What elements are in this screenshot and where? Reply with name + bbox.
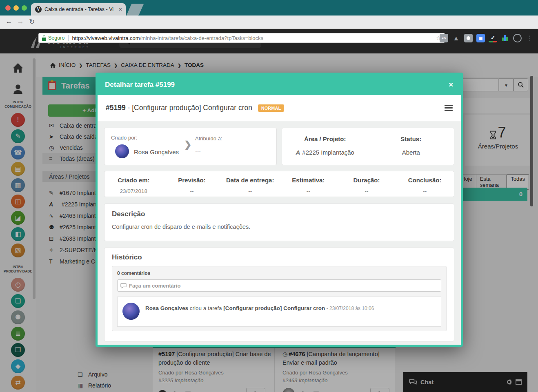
forward-button[interactable] — [16, 18, 25, 26]
browser-tabstrip: V Caixa de entrada - Tarefas - Vi ✕ — [0, 0, 538, 16]
task-card-creator: Criado por Rosa Gonçalves — [158, 370, 273, 376]
date-field: Estimativa:-- — [279, 171, 338, 197]
list-icon: ≡ — [49, 155, 60, 162]
gear-icon[interactable] — [506, 379, 512, 385]
news-icon[interactable]: ▧ — [11, 244, 25, 257]
home-icon[interactable] — [12, 62, 24, 73]
window-icon[interactable] — [516, 379, 522, 385]
chat-bubbles-icon — [409, 379, 417, 385]
close-tab-icon[interactable]: ✕ — [118, 7, 122, 12]
breadcrumb-inicio[interactable]: INÍCIO — [59, 62, 76, 68]
report-link[interactable]: ▥Relatório — [42, 380, 153, 391]
area-value[interactable]: A#2225 Implantação — [282, 149, 368, 156]
assignee-avatar[interactable] — [282, 388, 295, 392]
search-options-button[interactable] — [499, 78, 514, 91]
reload-button[interactable] — [27, 18, 37, 26]
address-bar[interactable]: Seguro | https://vivaweb.vivaintra.com /… — [38, 33, 445, 43]
history-entry-text: Rosa Gonçalves criou a tarefa [Configura… — [145, 305, 374, 311]
monitor-icon[interactable]: ◧ — [11, 227, 25, 241]
browser-menu-icon[interactable] — [525, 34, 534, 42]
book-icon: ❏ — [78, 371, 88, 378]
creator-name: Rosa Gonçalves — [134, 148, 179, 155]
code-extension-icon[interactable] — [440, 34, 448, 42]
status-label: Status: — [368, 135, 454, 142]
assigned-value: --- — [195, 148, 201, 154]
chevron-right-icon — [76, 62, 86, 68]
search-button[interactable] — [514, 78, 528, 91]
close-window-button[interactable] — [5, 5, 11, 11]
back-button[interactable] — [4, 18, 14, 26]
secure-label: Seguro — [48, 35, 64, 41]
drive-extension-icon[interactable] — [452, 34, 460, 42]
sidebar-scrollbar[interactable] — [33, 58, 36, 299]
section-label-comunicacao: INTRA COMUNICAÇÃO — [2, 100, 34, 109]
comment-input[interactable] — [117, 279, 441, 292]
road-icon: A — [296, 149, 300, 156]
url-path: /minha-intra/tarefa/caixa-de-entrada?tpT… — [140, 35, 436, 41]
pencil-icon: ✎ — [49, 190, 60, 196]
breadcrumb-caixa[interactable]: CAIXA DE ENTRADA — [121, 62, 174, 68]
browser-toolbar: Seguro | https://vivaweb.vivaintra.com /… — [0, 16, 538, 29]
comments-box: 0 comentários Rosa Gonçalves criou a tar… — [112, 266, 447, 331]
calendar-icon[interactable]: ◫ — [11, 195, 25, 208]
tasks-panel-title: Tarefas — [61, 81, 90, 91]
education-icon[interactable]: ◆ — [11, 359, 25, 373]
comments-count-label: 0 comentários — [117, 270, 441, 276]
browser-tab[interactable]: V Caixa de entrada - Tarefas - Vi ✕ — [31, 3, 126, 16]
add-subtask-icon[interactable] — [158, 390, 167, 392]
building-icon[interactable]: ▦ — [11, 178, 25, 192]
chat-bar[interactable]: Chat — [403, 372, 527, 392]
bus-icon: ⊟ — [49, 235, 60, 242]
archive-link[interactable]: ❏Arquivo — [42, 369, 153, 380]
pencil-icon[interactable]: ✎ — [11, 129, 25, 143]
close-icon[interactable] — [448, 81, 454, 89]
task-heading: #5199 - [Configurar produção] Configurar… — [106, 104, 252, 112]
notebook-icon[interactable]: ❏ — [11, 294, 25, 308]
inbox-icon: ✉ — [49, 122, 60, 129]
tag-extension-icon[interactable] — [476, 34, 485, 42]
clipboard-icon[interactable]: ▤ — [11, 162, 25, 176]
send-icon: ➤ — [49, 133, 60, 140]
circle-extension-icon[interactable] — [513, 34, 522, 42]
task-actions-button[interactable] — [246, 388, 265, 392]
task-card[interactable]: ◷#4676 [Campanha de lançamento] Enviar e… — [282, 350, 397, 392]
date-field: Duração:-- — [338, 171, 396, 197]
screenshot-extension-icon[interactable] — [464, 34, 473, 42]
history-entry: Rosa Gonçalves criou a tarefa [Configura… — [117, 297, 441, 327]
area-status-card: Área / Projeto: A#2225 Implantação Statu… — [282, 128, 454, 165]
phone-icon[interactable]: ☎ — [11, 146, 25, 159]
task-detail-modal: Detalhar tarefa #5199 #5199 - [Configura… — [96, 73, 463, 347]
extensions-area — [440, 33, 534, 43]
history-title: Histórico — [112, 253, 447, 261]
page-scrollbar[interactable] — [530, 76, 533, 206]
creator-avatar — [115, 144, 129, 158]
profile-icon[interactable] — [12, 83, 24, 95]
description-title: Descrição — [112, 210, 447, 218]
tasks-clipboard-icon — [48, 81, 56, 90]
lock-icon — [42, 35, 46, 41]
checker-extension-icon[interactable] — [489, 34, 497, 42]
people-icon: ⚉ — [49, 224, 60, 230]
library-icon[interactable]: ≣ — [11, 327, 25, 341]
alerts-icon[interactable]: ! — [11, 113, 25, 127]
task-menu-icon[interactable] — [445, 104, 453, 113]
photos-icon[interactable]: ◪ — [11, 211, 25, 225]
chevron-right-icon — [111, 62, 121, 68]
task-actions-button[interactable] — [370, 388, 389, 392]
transfer-icon[interactable]: ⇄ — [11, 376, 25, 390]
meeting-icon[interactable]: ⚉ — [11, 310, 25, 324]
areas-count-label: Áreas/Projetos — [465, 143, 531, 150]
tasks-panel-footer: ❏Arquivo ▥Relatório — [42, 369, 153, 391]
areas-stat-card[interactable]: 7 Áreas/Projetos — [465, 115, 531, 166]
folder-icon[interactable]: ❐ — [11, 343, 25, 357]
schedule-icon[interactable]: ◷ — [11, 278, 25, 292]
task-card-title: ◷#4676 [Campanha de lançamento] Enviar e… — [282, 350, 397, 367]
analytics-extension-icon[interactable] — [501, 34, 509, 42]
new-tab-button[interactable] — [127, 4, 144, 16]
task-card[interactable]: #5197 [Configurar produção] Criar base d… — [158, 350, 273, 392]
minimize-window-button[interactable] — [13, 5, 19, 11]
maximize-window-button[interactable] — [22, 5, 27, 11]
breadcrumb-tarefas[interactable]: TAREFAS — [86, 62, 111, 68]
date-field: Conclusão:-- — [396, 171, 454, 197]
areas-count: 7 — [498, 126, 506, 140]
